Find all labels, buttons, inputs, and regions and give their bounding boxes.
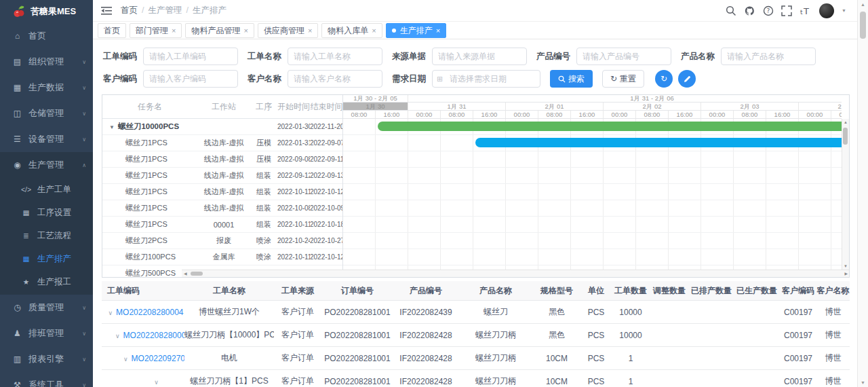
scroll-up-icon[interactable]: ▲ xyxy=(858,2,868,7)
product_code-cell: IF2022082428 xyxy=(393,370,458,387)
font-size-icon[interactable]: tT xyxy=(800,6,812,16)
sidebar-item-system-tools[interactable]: ⚒系统工具∨ xyxy=(0,372,93,387)
name-cell: 博世螺丝刀1W个 xyxy=(184,301,274,324)
customer-name-input[interactable] xyxy=(288,70,382,88)
gantt-task-row[interactable]: ▼螺丝刀10000PCS2022-01-302022-11-20 xyxy=(102,119,342,135)
timeline-day-scale: 1月 301月 312月 012月 022月 032月 04 xyxy=(343,103,842,111)
work-order-code-cell: ∨ xyxy=(102,370,184,387)
gantt-task-row[interactable]: 螺丝刀2PCS报废喷涂2022-10-242022-10-27 xyxy=(102,233,342,249)
breadcrumb-item[interactable]: 首页 xyxy=(121,5,138,15)
row-expand-icon[interactable]: ∨ xyxy=(108,310,113,316)
gantt-column-header: 任务名 xyxy=(102,101,197,113)
gantt-horizontal-scrollbar[interactable]: ◀ ▶ xyxy=(182,270,849,277)
sidebar-item-home[interactable]: ⌂首页 xyxy=(0,23,93,49)
sidebar-item-production-management[interactable]: ◉生产管理∧ xyxy=(0,152,93,178)
breadcrumb-item[interactable]: 生产管理 xyxy=(148,5,182,15)
tab-dept-management[interactable]: 部门管理× xyxy=(130,23,182,38)
gantt-task-row[interactable]: 螺丝刀1PCS线边库-虚拟组装2022-10-082022-10-09 xyxy=(102,200,342,217)
sidebar-item-warehouse-management[interactable]: ◫仓储管理∨ xyxy=(0,100,93,126)
gantt-task-row[interactable]: 螺丝刀1PCS线边库-虚拟组装2022-10-112022-10-12 xyxy=(102,184,342,200)
spec-cell: 黑色 xyxy=(533,324,580,347)
customer_name-cell: 博世 xyxy=(816,370,850,387)
source-doc-input[interactable] xyxy=(432,48,527,65)
product-name-input[interactable] xyxy=(721,48,816,65)
tab-material-inbound[interactable]: 物料入库单× xyxy=(321,23,382,38)
sidebar-item-production-reporting[interactable]: ★生产报工 xyxy=(0,270,93,293)
sidebar-item-production-scheduling[interactable]: ▦生产排产 xyxy=(0,247,93,270)
gantt-task-row[interactable]: 螺丝刀1PCS线边库-虚拟压模2022-09-082022-09-11 xyxy=(102,151,342,168)
work-order-code-input[interactable] xyxy=(143,48,238,65)
unit-cell: PCS xyxy=(580,347,612,370)
home-icon: ⌂ xyxy=(12,31,23,41)
work-order-link[interactable]: MO202209270023 xyxy=(132,354,184,363)
sidebar-item-process-flow[interactable]: ≣工艺流程 xyxy=(0,224,93,247)
process-cell: 组装 xyxy=(250,170,277,181)
horizontal-scroll-thumb[interactable] xyxy=(191,272,203,276)
customer-code-input[interactable] xyxy=(143,70,238,88)
page-scroll-thumb[interactable] xyxy=(860,12,866,39)
row-expand-icon[interactable]: ∨ xyxy=(154,379,159,386)
caret-down-icon[interactable]: ▼ xyxy=(842,8,846,13)
close-tab-icon[interactable]: × xyxy=(243,27,248,35)
help-icon[interactable]: ? xyxy=(763,5,774,16)
tab-home[interactable]: 首页 xyxy=(98,23,126,38)
topbar: 首页/生产管理/生产排产 ? tT ▼ xyxy=(93,0,857,22)
sidebar-item-quality-management[interactable]: ◷质量管理∨ xyxy=(0,295,93,320)
product-code-input[interactable] xyxy=(576,48,671,65)
sidebar-item-production-data[interactable]: ▦生产数据∨ xyxy=(0,75,93,100)
work-order-name-input[interactable] xyxy=(288,48,382,65)
edit-button[interactable] xyxy=(678,70,696,88)
task-name: 螺丝刀1PCS xyxy=(125,139,167,147)
start-date-cell: 2022-10-24 xyxy=(277,237,310,244)
sidebar-item-shift-management[interactable]: ♟排班管理∨ xyxy=(0,320,93,346)
equipment-icon: ☰ xyxy=(12,134,23,144)
tab-production-scheduling[interactable]: 生产排产× xyxy=(386,23,446,38)
search-button-icon xyxy=(558,75,566,83)
chevron-down-icon: ∨ xyxy=(82,305,86,311)
station-cell: 金属库 xyxy=(197,252,250,262)
search-icon[interactable] xyxy=(726,5,736,16)
scroll-down-icon[interactable]: ▼ xyxy=(858,380,868,385)
close-tab-icon[interactable]: × xyxy=(436,27,440,35)
scroll-left-icon[interactable]: ◀ xyxy=(184,272,187,276)
filter-row-2: 客户编码客户名称需求日期⊞ 搜索 ↻ 重置 ↻ xyxy=(103,70,696,88)
scroll-up-icon[interactable]: ▲ xyxy=(844,120,848,124)
avatar[interactable] xyxy=(819,3,834,18)
tab-supplier-management[interactable]: 供应商管理× xyxy=(258,23,318,38)
scroll-down-icon[interactable]: ▼ xyxy=(844,264,848,268)
sidebar-item-org-management[interactable]: ▤组织管理∨ xyxy=(0,49,93,75)
demand-date-input[interactable] xyxy=(432,70,540,88)
sidebar-item-report-engine[interactable]: ▥报表引擎∨ xyxy=(0,346,93,372)
page-scrollbar[interactable]: ▲ ▼ xyxy=(857,0,868,387)
reset-button[interactable]: ↻ 重置 xyxy=(602,70,644,88)
close-tab-icon[interactable]: × xyxy=(172,27,176,35)
sync-button[interactable]: ↻ xyxy=(655,70,673,88)
task-name: 螺丝刀100PCS xyxy=(125,253,176,261)
sidebar-item-equipment-management[interactable]: ☰设备管理∨ xyxy=(0,126,93,152)
sidebar-item-process-settings[interactable]: ▦工序设置 xyxy=(0,201,93,224)
tab-material-product-management[interactable]: 物料产品管理× xyxy=(185,23,254,38)
vertical-scroll-thumb[interactable] xyxy=(843,128,848,145)
scroll-right-icon[interactable]: ▶ xyxy=(844,272,848,276)
gantt-vertical-scrollbar[interactable]: ▲ ▼ xyxy=(842,119,849,270)
gantt-bar[interactable] xyxy=(475,138,842,147)
fullscreen-icon[interactable] xyxy=(781,5,792,16)
gantt-task-row[interactable]: 螺丝刀1PCS00001组装2022-10-112022-10-18 xyxy=(102,217,342,233)
row-expand-icon[interactable]: ∨ xyxy=(115,333,120,339)
search-button[interactable]: 搜索 xyxy=(550,70,593,88)
gantt-bar[interactable] xyxy=(378,122,842,131)
close-tab-icon[interactable]: × xyxy=(372,27,376,35)
github-icon[interactable] xyxy=(744,5,755,16)
close-tab-icon[interactable]: × xyxy=(308,27,312,35)
sidebar-item-production-work-order[interactable]: </>生产工单 xyxy=(0,178,93,201)
gantt-grid-header: 任务名工作站工序开始时间结束时间 xyxy=(102,95,342,119)
gantt-task-row[interactable]: 螺丝刀1PCS线边库-虚拟压模2022-01-312022-09-07 xyxy=(102,135,342,151)
adjust_qty-cell xyxy=(650,347,689,370)
work-order-link[interactable]: MO202208280005 xyxy=(123,331,184,340)
tree-expand-icon[interactable]: ▼ xyxy=(109,124,115,130)
row-expand-icon[interactable]: ∨ xyxy=(123,356,128,363)
work-order-link[interactable]: MO202208280004 xyxy=(116,308,183,317)
gantt-task-row[interactable]: 螺丝刀100PCS金属库喷涂2022-10-112022-10-12 xyxy=(102,249,342,265)
gantt-task-row[interactable]: 螺丝刀1PCS线边库-虚拟组装2022-09-122022-09-13 xyxy=(102,168,342,184)
sidebar-collapse-icon[interactable] xyxy=(101,6,112,16)
